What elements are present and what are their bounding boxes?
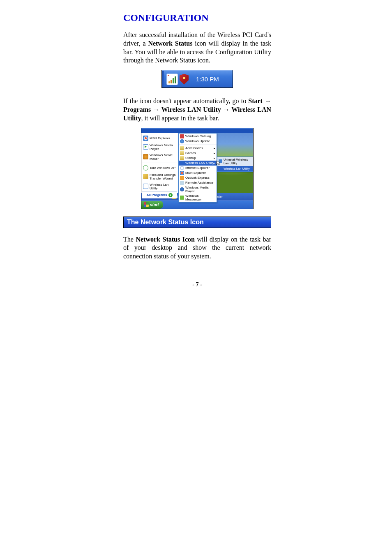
catalog-icon <box>180 134 184 138</box>
para2-arrow2: → <box>151 106 161 113</box>
para2-text1: If the icon doesn't appear automatically… <box>123 97 248 104</box>
network-status-paragraph: The Network Status Icon will display on … <box>123 235 271 261</box>
movie-maker-icon <box>143 154 148 159</box>
intro-paragraph: After successful installation of the Wir… <box>123 31 271 65</box>
windows-flag-icon <box>144 202 149 207</box>
ie-label: Internet Explorer <box>185 166 210 170</box>
systray-bar: 1:30 PM <box>162 70 233 88</box>
outlook-label: Outlook Express <box>185 176 210 180</box>
startmenu-left-pane: MSN Explorer Windows Media Player Window… <box>141 133 178 193</box>
sm-mid-messenger[interactable]: Windows Messenger <box>179 193 217 202</box>
sm-item-msn[interactable]: MSN Explorer <box>142 134 177 142</box>
folder-icon <box>180 151 184 155</box>
startmenu-header <box>141 128 253 133</box>
chevron-right-icon: ▸ <box>214 161 215 165</box>
sm-mid-msn[interactable]: MSN Explorer <box>179 170 217 175</box>
para3-bold1: Network Status Icon <box>136 236 195 243</box>
wireless-lan-flyout: Uninstall Wireless Lan Utility Wireless … <box>217 157 253 172</box>
sm-files-label: Files and Settings Transfer Wizard <box>150 173 176 180</box>
para2-arrow1: → <box>263 97 271 104</box>
para2-text2: , it will appear in the task bar. <box>141 115 219 122</box>
sm-item-wmp[interactable]: Windows Media Player <box>142 142 177 152</box>
accessories-label: Accessories <box>185 146 203 150</box>
sm-mid-lan[interactable]: Wireless LAN Utility▸ <box>179 161 217 166</box>
sm-mid-media[interactable]: Windows Media Player <box>179 185 217 193</box>
media-label: Windows Media Player <box>185 186 215 193</box>
sm-mid-ie[interactable]: Internet Explorer <box>179 166 217 170</box>
startmenu-figure: MSN Explorer Windows Media Player Window… <box>141 128 254 209</box>
sm-mid-accessories[interactable]: Accessories▸ <box>179 146 217 151</box>
signal-bar-4 <box>175 76 176 83</box>
sm-msn-label: MSN Explorer <box>150 136 170 140</box>
para2-start: Start <box>248 97 263 104</box>
remote-label: Remote Assistance <box>185 181 213 184</box>
network-status-icon[interactable] <box>166 74 178 85</box>
sm-mid-games[interactable]: Games▸ <box>179 151 217 156</box>
outlook-icon <box>180 176 184 180</box>
chevron-right-icon: ▸ <box>214 157 215 160</box>
signal-bar-1 <box>168 81 170 83</box>
messenger-label: Windows Messenger <box>185 194 215 201</box>
para2-programs: Programs <box>123 106 151 113</box>
startmenu-divider <box>142 163 177 163</box>
chevron-right-icon: ▸ <box>214 152 215 155</box>
games-label: Games <box>185 151 196 155</box>
sm-mid-outlook[interactable]: Outlook Express <box>179 175 217 180</box>
start-label: start <box>150 203 159 207</box>
messenger-icon <box>180 196 184 200</box>
submenu-divider <box>179 145 217 145</box>
msn-icon <box>143 136 148 141</box>
update-label: Windows Update <box>185 139 210 143</box>
ie-icon <box>180 166 184 170</box>
systray-bevel <box>162 71 164 88</box>
sm-mid-startup[interactable]: Startup▸ <box>179 156 217 161</box>
all-programs-button[interactable]: All Programs <box>142 191 177 198</box>
page-number: - 7 - <box>123 281 271 288</box>
systray-figure: 1:30 PM <box>161 70 233 88</box>
para3-text1: The <box>123 236 136 243</box>
programs-submenu: Windows Catalog Windows Update Accessori… <box>178 133 217 203</box>
folder-icon <box>180 156 184 160</box>
para1-bold1: Network Status <box>148 40 192 47</box>
catalog-label: Windows Catalog <box>185 134 211 138</box>
all-programs-label: All Programs <box>147 193 167 197</box>
remote-icon <box>180 181 184 185</box>
tour-icon <box>143 165 148 170</box>
sm-lan-label: Wireless Lan Utility <box>150 183 176 190</box>
page-title: CONFIGURATION <box>123 12 271 23</box>
sm-item-lan[interactable]: Wireless Lan Utility <box>142 182 177 191</box>
media-player-icon <box>143 144 148 150</box>
sm-mid-remote[interactable]: Remote Assistance <box>179 180 217 185</box>
sm-wmm-label: Windows Movie Maker <box>150 153 176 161</box>
msn-icon <box>180 171 184 175</box>
sm-mid-update[interactable]: Windows Update <box>179 139 217 144</box>
sm-item-wmm[interactable]: Windows Movie Maker <box>142 152 177 162</box>
signal-bar-2 <box>171 80 172 83</box>
sm-item-tour[interactable]: Tour Windows XP <box>142 164 177 172</box>
flyout-uninstall[interactable]: Uninstall Wireless Lan Utility <box>217 157 253 166</box>
sm-mid-catalog[interactable]: Windows Catalog <box>179 134 217 139</box>
all-programs-arrow-icon <box>168 193 173 197</box>
sm-tour-label: Tour Windows XP <box>150 166 175 170</box>
sm-wmp-label: Windows Media Player <box>150 143 176 151</box>
startmenu-body: MSN Explorer Windows Media Player Window… <box>141 133 253 193</box>
lan-submenu-label: Wireless LAN Utility <box>185 161 214 165</box>
signal-bar-3 <box>173 78 174 83</box>
mouse-cursor-icon <box>216 160 222 166</box>
msn-label: MSN Explorer <box>185 171 206 175</box>
lan-app-icon <box>219 167 222 170</box>
startup-label: Startup <box>185 156 196 160</box>
security-shield-icon[interactable] <box>180 74 189 85</box>
flyout-lan-label: Wireless Lan Utility <box>224 167 250 170</box>
flyout-lan[interactable]: Wireless Lan Utility <box>217 166 253 171</box>
sm-item-files[interactable]: Files and Settings Transfer Wizard <box>142 172 177 182</box>
section-header: The Network Status Icon <box>123 216 271 228</box>
systray-clock: 1:30 PM <box>196 76 219 83</box>
start-button[interactable]: start <box>141 201 163 209</box>
chevron-right-icon: ▸ <box>214 147 215 150</box>
page-container: CONFIGURATION After successful installat… <box>123 12 271 288</box>
files-icon <box>143 174 148 179</box>
update-icon <box>180 139 184 143</box>
lan-icon <box>143 184 148 189</box>
uninstall-label: Uninstall Wireless Lan Utility <box>224 158 251 165</box>
